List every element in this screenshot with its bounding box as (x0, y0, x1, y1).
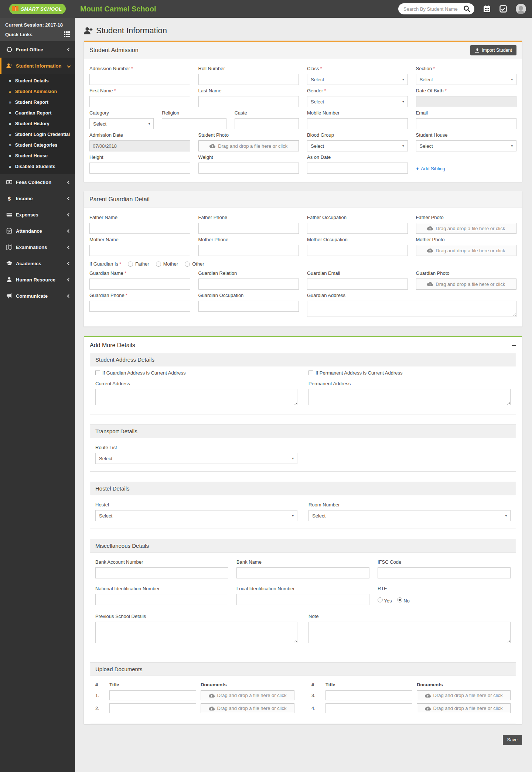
sidebar-subitem-disabled-students[interactable]: » Disabled Students (0, 161, 75, 172)
guardian-name-input[interactable] (89, 279, 190, 290)
sidebar-subitem-student-login-credential[interactable]: » Student Login Credential (0, 129, 75, 140)
sidebar-item-communicate[interactable]: Communicate (0, 288, 75, 304)
guardian-relation-label: Guardian Relation (198, 270, 299, 276)
guardian-photo-dropzone[interactable]: Drag and drop a file here or click (416, 279, 517, 290)
document-4-title-input[interactable] (325, 703, 412, 713)
add-sibling-link[interactable]: + Add Sibling (416, 165, 446, 172)
room-number-select[interactable]: Select▾ (308, 510, 511, 521)
guardian-occupation-input[interactable] (198, 301, 299, 312)
category-select[interactable]: Select▾ (89, 118, 154, 129)
father-name-input[interactable] (89, 223, 190, 234)
sidebar-item-attendance[interactable]: Attendance (0, 223, 75, 239)
mother-name-input[interactable] (89, 245, 190, 256)
permanent-address-textarea[interactable] (308, 389, 511, 405)
admission-number-input[interactable] (89, 74, 190, 85)
calendar-icon[interactable] (483, 5, 491, 13)
search-input[interactable] (403, 6, 463, 12)
guardian-father-radio[interactable]: Father (128, 261, 149, 267)
father-phone-input[interactable] (198, 223, 299, 234)
route-list-select[interactable]: Select▾ (95, 453, 297, 464)
document-2-title-input[interactable] (109, 703, 196, 713)
roll-number-input[interactable] (198, 74, 299, 85)
religion-input[interactable] (162, 118, 226, 129)
mobile-number-input[interactable] (307, 118, 408, 129)
caret-down-icon: ▾ (511, 144, 513, 148)
guardian-address-textarea[interactable] (307, 301, 516, 317)
sidebar-subitem-student-details[interactable]: » Student Details (0, 75, 75, 86)
document-2-dropzone[interactable]: Drag and drop a file here or click (201, 703, 294, 713)
mother-occupation-input[interactable] (307, 245, 408, 256)
sidebar-item-academics[interactable]: Academics (0, 255, 75, 271)
sidebar-item-expenses[interactable]: Expenses (0, 206, 75, 223)
mother-photo-dropzone[interactable]: Drag and drop a file here or click (416, 245, 517, 256)
sidebar-item-front-office[interactable]: Front Office (0, 41, 75, 58)
current-address-textarea[interactable] (95, 389, 297, 405)
student-photo-dropzone[interactable]: Drag and drop a file here or click (198, 140, 299, 151)
local-identification-number-input[interactable] (236, 594, 369, 605)
sidebar-subitem-student-admission[interactable]: » Student Admission (0, 86, 75, 97)
father-occupation-label: Father Occupation (307, 215, 408, 220)
date-of-birth-input[interactable] (416, 96, 517, 107)
sidebar-subitem-guardian-report[interactable]: » Guardian Report (0, 107, 75, 118)
national-identification-number-label: National Identification Number (95, 586, 228, 591)
rte-yes-radio[interactable]: Yes (378, 597, 392, 604)
as-on-date-label: As on Date (307, 154, 408, 160)
sidebar-item-fees-collection[interactable]: Fees Collection (0, 174, 75, 190)
national-identification-number-input[interactable] (95, 594, 228, 605)
as-on-date-input[interactable] (307, 163, 408, 174)
father-occupation-input[interactable] (307, 223, 408, 234)
document-1-title-input[interactable] (109, 690, 196, 700)
class-select[interactable]: Select▾ (307, 74, 408, 85)
sidebar-item-student-information[interactable]: Student Information (0, 58, 75, 74)
mother-phone-input[interactable] (198, 245, 299, 256)
app-logo[interactable]: SMART SCHOOL (0, 0, 75, 18)
first-name-input[interactable] (89, 96, 190, 107)
guardian-mother-radio[interactable]: Mother (156, 261, 178, 267)
note-textarea[interactable] (308, 622, 511, 643)
quick-links[interactable]: Quick Links (5, 31, 70, 37)
caste-input[interactable] (235, 118, 299, 129)
sidebar-item-examinations[interactable]: Examinations (0, 239, 75, 255)
father-photo-dropzone[interactable]: Drag and drop a file here or click (416, 223, 517, 234)
sidebar-subitem-student-history[interactable]: » Student History (0, 118, 75, 129)
guardian-email-input[interactable] (307, 279, 408, 290)
bank-account-number-input[interactable] (95, 567, 228, 578)
guardian-relation-input[interactable] (198, 279, 299, 290)
hostel-select[interactable]: Select▾ (95, 510, 297, 521)
cloud-upload-icon (209, 706, 215, 711)
section-select[interactable]: Select▾ (416, 74, 517, 85)
sidebar-item-income[interactable]: $ Income (0, 190, 75, 206)
guardian-occupation-label: Guardian Occupation (198, 293, 299, 298)
blood-group-select[interactable]: Select▾ (307, 140, 408, 151)
sidebar-subitem-student-report[interactable]: » Student Report (0, 97, 75, 107)
weight-input[interactable] (198, 163, 299, 174)
height-input[interactable] (89, 163, 190, 174)
gender-select[interactable]: Select▾ (307, 96, 408, 107)
document-3-dropzone[interactable]: Drag and drop a file here or click (417, 690, 511, 700)
sidebar-subitem-student-categories[interactable]: » Student Categories (0, 140, 75, 150)
import-student-button[interactable]: Import Student (470, 45, 516, 55)
rte-no-radio[interactable]: No (397, 597, 410, 604)
ifsc-code-input[interactable] (378, 567, 511, 578)
current-address-label: Current Address (95, 381, 297, 386)
admission-date-input[interactable] (89, 140, 190, 151)
bank-name-input[interactable] (236, 567, 369, 578)
previous-school-details-textarea[interactable] (95, 622, 297, 643)
guardian-phone-input[interactable] (89, 301, 190, 312)
save-button[interactable]: Save (503, 735, 522, 745)
collapse-icon[interactable] (512, 345, 516, 346)
sidebar-subitem-student-house[interactable]: » Student House (0, 150, 75, 161)
sidebar-item-human-resource[interactable]: Human Resource (0, 271, 75, 288)
student-house-select[interactable]: Select▾ (416, 140, 517, 151)
search-icon[interactable] (463, 5, 471, 13)
last-name-input[interactable] (198, 96, 299, 107)
document-4-dropzone[interactable]: Drag and drop a file here or click (417, 703, 511, 713)
avatar[interactable] (516, 4, 526, 14)
permanent-address-is-current-checkbox[interactable]: If Permanent Address is Current Address (308, 370, 511, 376)
document-1-dropzone[interactable]: Drag and drop a file here or click (201, 690, 294, 700)
guardian-other-radio[interactable]: Other (185, 261, 204, 267)
email-input[interactable] (416, 118, 517, 129)
tasks-icon[interactable] (499, 5, 507, 13)
guardian-address-is-current-checkbox[interactable]: If Guardian Address is Current Address (95, 370, 297, 376)
document-3-title-input[interactable] (325, 690, 412, 700)
